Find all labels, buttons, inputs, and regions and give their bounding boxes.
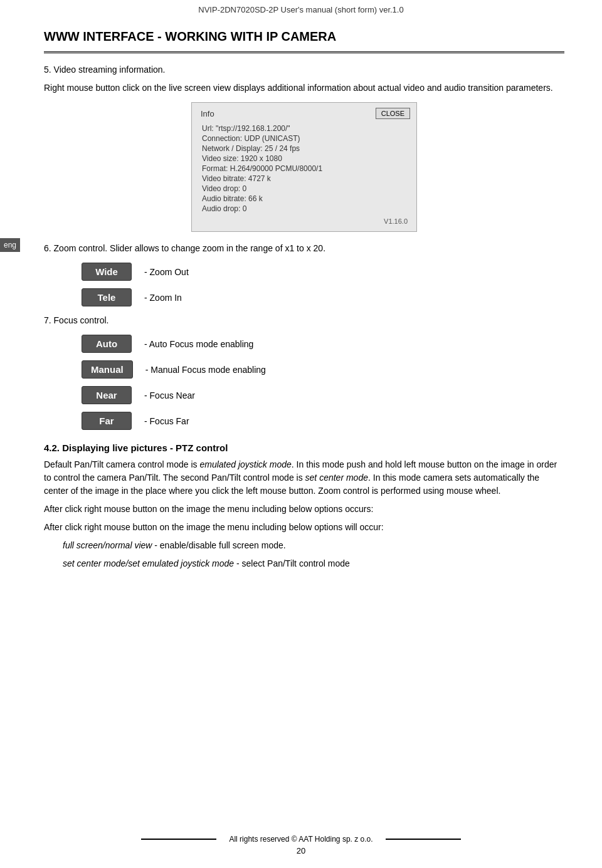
section7: 7. Focus control. Auto - Auto Focus mode… (44, 314, 564, 430)
top-divider (44, 51, 564, 53)
section42-title: 4.2. Displaying live pictures - PTZ cont… (44, 442, 564, 453)
main-title: WWW INTERFACE - WORKING WITH IP CAMERA (44, 29, 564, 44)
table-row: Network / Display: 25 / 24 fps (201, 144, 408, 154)
section5-text: Right mouse button click on the live scr… (44, 81, 564, 95)
sidebar-lang: eng (0, 238, 20, 252)
table-row: Video size: 1920 x 1080 (201, 154, 408, 164)
table-row: Audio bitrate: 66 k (201, 194, 408, 204)
table-row: Connection: UDP (UNICAST) (201, 133, 408, 144)
info-close-button[interactable]: CLOSE (376, 108, 410, 119)
focus-far-label: - Focus Far (144, 416, 189, 426)
focus-near-label: - Focus Near (144, 390, 195, 400)
page-header: NVIP-2DN7020SD-2P User's manual (short f… (0, 0, 602, 17)
section42-para1: Default Pan/Tilt camera control mode is … (44, 458, 564, 498)
info-box-table: Url: "rtsp://192.168.1.200/" Connection:… (201, 123, 408, 214)
main-content: WWW INTERFACE - WORKING WITH IP CAMERA 5… (44, 17, 564, 570)
zoom-wide-row: Wide - Zoom Out (82, 263, 564, 281)
tele-button[interactable]: Tele (82, 288, 132, 306)
info-box-version: V1.16.0 (201, 217, 408, 225)
focus-near-row: Near - Focus Near (82, 386, 564, 404)
section6-heading: 6. Zoom control. Slider allows to change… (44, 242, 564, 255)
focus-auto-row: Auto - Auto Focus mode enabling (82, 335, 564, 353)
section42-item1: full screen/normal view - enable/disable… (63, 539, 564, 552)
section5-heading: 5. Video streaming information. (44, 63, 564, 76)
near-button[interactable]: Near (82, 386, 132, 404)
header-title: NVIP-2DN7020SD-2P User's manual (short f… (198, 5, 403, 14)
table-row: Video drop: 0 (201, 184, 408, 194)
info-box-container: Info CLOSE Url: "rtsp://192.168.1.200/" … (44, 102, 564, 232)
table-row: Audio drop: 0 (201, 204, 408, 214)
focus-far-row: Far - Focus Far (82, 412, 564, 430)
zoom-tele-row: Tele - Zoom In (82, 288, 564, 306)
section42-item2: set center mode/set emulated joystick mo… (63, 557, 564, 570)
manual-button[interactable]: Manual (82, 360, 133, 379)
zoom-in-label: - Zoom In (144, 293, 182, 303)
section42-para3: After click right mouse button on the im… (44, 521, 564, 534)
section6: 6. Zoom control. Slider allows to change… (44, 242, 564, 306)
auto-focus-label: - Auto Focus mode enabling (144, 339, 253, 349)
footer-line-container: All rights reserved © AAT Holding sp. z … (0, 835, 602, 844)
footer-line-right (386, 839, 461, 840)
footer-line-left (141, 839, 216, 840)
table-row: Url: "rtsp://192.168.1.200/" (201, 123, 408, 133)
zoom-out-label: - Zoom Out (144, 267, 189, 277)
table-row: Video bitrate: 4727 k (201, 174, 408, 184)
wide-button[interactable]: Wide (82, 263, 132, 281)
page-footer: All rights reserved © AAT Holding sp. z … (0, 835, 602, 855)
table-row: Format: H.264/90000 PCMU/8000/1 (201, 164, 408, 174)
section42-para2: After click right mouse button on the im… (44, 503, 564, 516)
page-number: 20 (0, 846, 602, 855)
manual-focus-label: - Manual Focus mode enabling (145, 365, 266, 375)
footer-copyright: All rights reserved © AAT Holding sp. z … (229, 835, 372, 844)
auto-button[interactable]: Auto (82, 335, 132, 353)
info-box: Info CLOSE Url: "rtsp://192.168.1.200/" … (191, 102, 417, 232)
far-button[interactable]: Far (82, 412, 132, 430)
section7-heading: 7. Focus control. (44, 314, 564, 327)
focus-manual-row: Manual - Manual Focus mode enabling (82, 360, 564, 379)
